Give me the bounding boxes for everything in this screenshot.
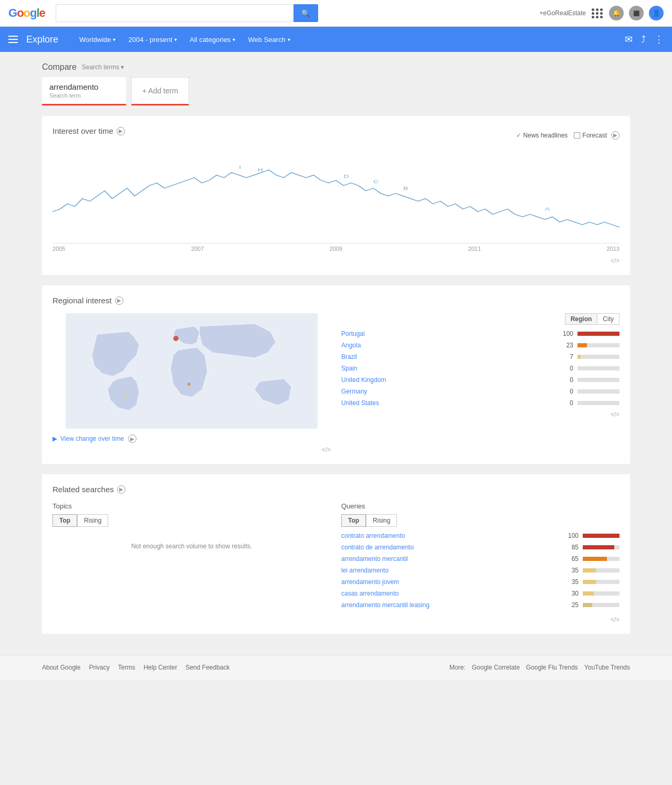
filter-categories-label: All categories [190,36,230,44]
filter-searchtype[interactable]: Web Search ▾ [243,34,295,46]
region-name[interactable]: Spain [341,365,554,372]
query-name[interactable]: arrendamento jovem [341,578,560,586]
region-tab-region[interactable]: Region [565,313,597,325]
x-label-2011: 2011 [468,246,481,252]
search-terms-button[interactable]: Search terms ▾ [82,63,124,71]
embed-icon: </> [322,446,331,453]
more-vert-icon[interactable]: ⋮ [654,34,664,45]
topics-top-tab[interactable]: Top [52,514,77,527]
email-icon[interactable]: ✉ [625,34,633,45]
right-arrow-icon: ▶ [52,435,57,442]
svg-text:A: A [545,206,550,211]
query-value: 35 [564,567,579,574]
region-value: 0 [559,365,573,372]
forecast-checkbox[interactable]: Forecast ▶ [574,131,620,140]
region-row: Portugal 100 [341,330,620,337]
queries-top-tab[interactable]: Top [341,514,366,527]
filter-worldwide[interactable]: Worldwide ▾ [74,34,121,46]
region-name[interactable]: Portugal [341,330,554,337]
region-name[interactable]: Angola [341,342,554,349]
share-icon[interactable]: ⤴ [641,34,646,45]
footer-correlate[interactable]: Google Correlate [472,664,520,671]
user-label: +eGoRealEstate [540,9,586,17]
region-name[interactable]: Germany [341,388,554,395]
query-value: 30 [564,590,579,597]
queries-tabs: Top Rising [341,514,620,527]
query-name[interactable]: lei arrendamento [341,567,560,574]
user-avatar[interactable]: 👤 [649,6,664,20]
interest-chart-area: I H D C B A [52,149,620,243]
query-row: contrato arrendamento 100 [341,532,620,539]
region-tab-city[interactable]: City [597,313,620,325]
search-button[interactable]: 🔍 [293,4,318,22]
term-label: Search term [49,92,119,99]
region-name[interactable]: United Kingdom [341,376,554,384]
query-name[interactable]: casas arrendamento [341,590,560,597]
filter-categories[interactable]: All categories ▾ [184,34,240,46]
query-row: lei arrendamento 35 [341,567,620,574]
grid-apps-icon[interactable] [591,7,604,19]
news-headlines-checkbox[interactable]: ✓ News headlines [516,132,568,139]
region-bar [578,343,587,347]
filter-worldwide-label: Worldwide [79,36,111,44]
svg-text:H: H [258,167,263,173]
queries-rising-tab[interactable]: Rising [366,514,397,527]
search-input[interactable] [56,4,293,22]
world-map [52,313,331,429]
add-term-button[interactable]: + Add term [131,77,189,105]
regional-inner: ▶ View change over time ▶ </> Region Cit… [52,313,620,453]
region-bar-wrap [578,389,620,394]
nav-filters: Worldwide ▾ 2004 - present ▾ All categor… [74,34,296,46]
query-value: 100 [564,532,579,539]
footer-privacy[interactable]: Privacy [89,664,109,671]
footer-youtube[interactable]: YouTube Trends [584,664,630,671]
region-value: 7 [559,353,573,360]
footer-help[interactable]: Help Center [143,664,177,671]
embed-chart-button[interactable]: </> [52,257,620,264]
query-value: 85 [564,544,579,551]
query-bar-wrap [583,580,620,584]
hamburger-menu[interactable] [8,36,18,43]
query-name[interactable]: arrendamento mercantil leasing [341,601,560,609]
region-row: United States 0 [341,399,620,407]
footer-feedback[interactable]: Send Feedback [185,664,229,671]
filter-searchtype-label: Web Search [248,36,285,44]
topics-rising-tab[interactable]: Rising [77,514,108,527]
footer-terms[interactable]: Terms [118,664,135,671]
x-label-2005: 2005 [52,246,65,252]
related-info-icon[interactable]: ▶ [117,485,125,494]
query-name[interactable]: contrato de arrendamento [341,544,560,551]
query-name[interactable]: arrendamento mercantil [341,555,560,563]
related-searches-title: Related searches [52,485,114,494]
forecast-info-icon[interactable]: ▶ [611,131,620,140]
notifications-icon[interactable]: 🔔 [609,6,624,20]
x-label-2009: 2009 [330,246,342,252]
footer-about[interactable]: About Google [42,664,80,671]
regional-info-icon[interactable]: ▶ [115,296,123,305]
footer-flu[interactable]: Google Flu Trends [526,664,578,671]
footer-right: More: Google Correlate Google Flu Trends… [449,664,630,671]
query-bar [583,545,614,549]
region-name[interactable]: United States [341,399,554,407]
map-embed-button[interactable]: </> [52,446,331,453]
main-content: Compare Search terms ▾ arrendamento Sear… [0,52,672,655]
region-bar-wrap [578,332,620,336]
regional-interest-card: Regional interest ▶ [42,285,630,464]
search-term-box[interactable]: arrendamento Search term [42,77,126,105]
region-embed-button[interactable]: </> [341,411,620,418]
map-info-icon[interactable]: ▶ [128,434,136,443]
related-searches-card: Related searches ▶ Topics Top Rising Not… [42,474,630,634]
share-screen-icon[interactable]: ⬛ [629,6,644,20]
region-tabs: Region City [341,313,620,325]
region-name[interactable]: Brazil [341,353,554,360]
related-embed-button[interactable]: </> [52,616,620,623]
region-value: 0 [559,399,573,407]
compare-section: Compare Search terms ▾ arrendamento Sear… [42,62,630,105]
filter-daterange[interactable]: 2004 - present ▾ [123,34,182,46]
google-logo: Google [8,6,45,20]
related-inner: Topics Top Rising Not enough search volu… [52,502,620,613]
query-row: contrato de arrendamento 85 [341,544,620,551]
view-change-button[interactable]: ▶ View change over time ▶ [52,434,331,443]
query-name[interactable]: contrato arrendamento [341,532,560,539]
info-icon[interactable]: ▶ [117,127,125,135]
